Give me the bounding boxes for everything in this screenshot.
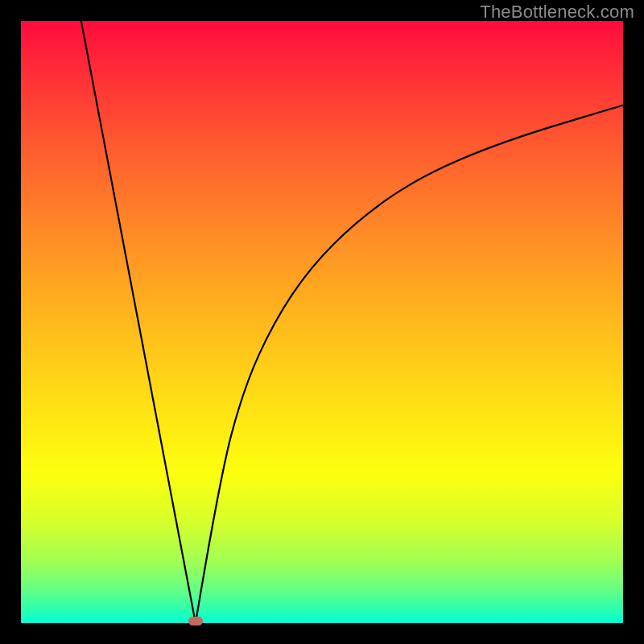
vertex-marker	[188, 617, 203, 625]
curve-right-branch	[196, 105, 623, 623]
curve-left-branch	[81, 21, 196, 623]
chart-frame: TheBottleneck.com	[0, 0, 644, 644]
bottleneck-curve	[21, 21, 623, 623]
plot-area	[21, 21, 623, 623]
watermark-text: TheBottleneck.com	[480, 2, 634, 23]
